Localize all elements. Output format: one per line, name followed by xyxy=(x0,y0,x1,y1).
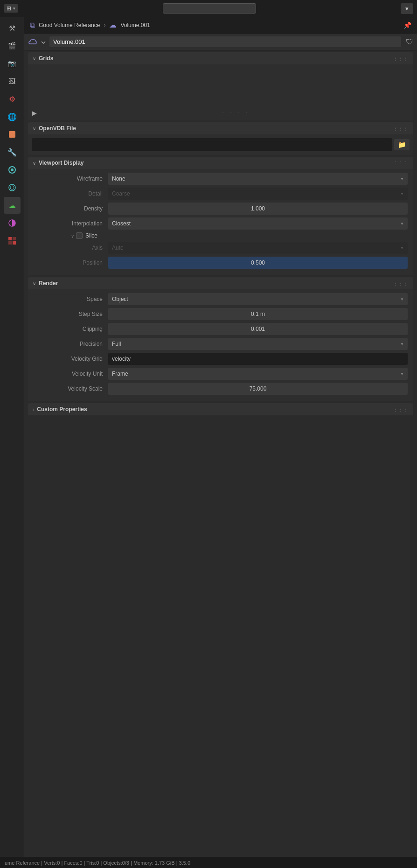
sidebar-icon-tools[interactable]: ⚒ xyxy=(4,20,21,36)
velocity-grid-field[interactable] xyxy=(108,353,408,365)
svg-rect-6 xyxy=(8,237,12,240)
main-layout: ⚒ 🎬 📷 🖼 ⚙ 🌐 🔧 xyxy=(0,17,417,857)
sidebar-icon-scene-props[interactable]: ⚙ xyxy=(4,91,21,107)
viewport-collapse-arrow: ∨ xyxy=(33,161,36,166)
velocity-grid-row: Velocity Grid xyxy=(34,353,408,365)
precision-label: Precision xyxy=(34,341,108,347)
svg-rect-8 xyxy=(8,241,12,245)
top-bar: ⊞ ▾ 🔍 ▾ xyxy=(0,0,417,17)
top-bar-right: ▾ xyxy=(401,3,413,14)
search-input[interactable] xyxy=(163,3,256,14)
custom-props-section-header[interactable]: › Custom Properties ⋮⋮⋮ xyxy=(28,403,413,415)
sidebar-icon-world[interactable]: 🌐 xyxy=(4,108,21,125)
velocity-scale-field[interactable] xyxy=(108,383,408,395)
interpolation-select[interactable]: Closest Linear Cubic xyxy=(108,217,408,230)
precision-select[interactable]: Full Half xyxy=(108,338,408,350)
grids-collapse-arrow: ∨ xyxy=(33,56,36,61)
sidebar-icon-render[interactable]: 📷 xyxy=(4,55,21,72)
slice-label: Slice xyxy=(85,232,97,239)
precision-dropdown-wrapper: Full Half xyxy=(108,338,408,350)
sidebar-icon-material[interactable] xyxy=(4,215,21,231)
sidebar-icon-object[interactable] xyxy=(4,126,21,143)
file-input-row: 📁 xyxy=(32,138,410,151)
file-browse-button[interactable]: 📁 xyxy=(394,139,410,150)
custom-props-collapse-arrow: › xyxy=(33,407,34,412)
velocity-scale-label: Velocity Scale xyxy=(34,385,108,392)
position-row: Position xyxy=(34,257,408,269)
obj-selector[interactable] xyxy=(40,39,47,45)
sidebar-icon-scene[interactable]: 🎬 xyxy=(4,37,21,54)
editor-type-selector[interactable]: ⊞ ▾ xyxy=(4,4,18,13)
collapse-button[interactable]: ▾ xyxy=(401,3,413,14)
search-area: 🔍 xyxy=(22,3,397,14)
wireframe-row: Wireframe None Bounds All xyxy=(34,173,408,185)
grids-dots: ⋮⋮⋮ xyxy=(393,56,409,61)
render-title: Render xyxy=(39,280,390,287)
pin-icon[interactable]: 📌 xyxy=(403,21,411,29)
velocity-grid-label: Velocity Grid xyxy=(34,356,108,362)
sidebar-icon-particles[interactable] xyxy=(4,161,21,178)
particles-icon xyxy=(8,166,16,174)
obj-selector-icon xyxy=(40,39,47,45)
clipping-label: Clipping xyxy=(34,326,108,332)
render-collapse-arrow: ∨ xyxy=(33,281,36,286)
sidebar-icon-data[interactable] xyxy=(4,232,21,249)
section-render: ∨ Render ⋮⋮⋮ Space Object World xyxy=(28,277,413,401)
viewport-dots: ⋮⋮⋮ xyxy=(393,161,409,166)
openvdb-section-header[interactable]: ∨ OpenVDB File ⋮⋮⋮ xyxy=(28,122,413,134)
density-field[interactable] xyxy=(108,203,408,215)
axis-select: Auto X Y Z xyxy=(108,242,408,254)
editor-type-icon: ⊞ xyxy=(7,5,11,12)
render-icon: 📷 xyxy=(8,60,16,67)
material-icon xyxy=(8,219,16,227)
density-label: Density xyxy=(34,205,108,212)
interpolation-label: Interpolation xyxy=(34,220,108,227)
step-size-field[interactable] xyxy=(108,308,408,320)
slice-checkbox[interactable] xyxy=(76,232,83,239)
sidebar-icon-modifier[interactable]: 🔧 xyxy=(4,144,21,161)
viewport-section-header[interactable]: ∨ Viewport Display ⋮⋮⋮ xyxy=(28,157,413,169)
breadcrumb-arrow: › xyxy=(104,22,105,28)
grids-resize-handle[interactable]: ⋮ ⋮ ⋮ ⋮ xyxy=(221,112,250,117)
clipping-row: Clipping xyxy=(34,323,408,335)
slice-collapse-arrow[interactable]: ∨ xyxy=(71,233,74,238)
svg-point-3 xyxy=(9,184,15,191)
openvdb-title: OpenVDB File xyxy=(39,125,390,132)
density-row: Density xyxy=(34,203,408,215)
sidebar-icon-volume[interactable]: ☁ xyxy=(4,197,21,214)
svg-point-2 xyxy=(11,168,14,171)
section-viewport-display: ∨ Viewport Display ⋮⋮⋮ Wireframe None Bo… xyxy=(28,157,413,275)
velocity-unit-select[interactable]: Frame Second xyxy=(108,368,408,380)
render-section-header[interactable]: ∨ Render ⋮⋮⋮ xyxy=(28,277,413,289)
custom-props-title: Custom Properties xyxy=(37,406,390,413)
sidebar: ⚒ 🎬 📷 🖼 ⚙ 🌐 🔧 xyxy=(0,17,24,857)
clipping-field[interactable] xyxy=(108,323,408,335)
section-custom-properties: › Custom Properties ⋮⋮⋮ xyxy=(28,403,413,415)
breadcrumb-bar: ⧉ Good Volume Referance › ☁ Volume.001 📌 xyxy=(24,17,417,34)
scene-icon: 🎬 xyxy=(8,42,16,49)
sidebar-icon-view-layer[interactable]: 🖼 xyxy=(4,73,21,90)
space-select[interactable]: Object World xyxy=(108,293,408,305)
grids-section-header[interactable]: ∨ Grids ⋮⋮⋮ xyxy=(28,52,413,64)
step-size-row: Step Size xyxy=(34,308,408,320)
file-path-input[interactable] xyxy=(32,138,392,151)
position-field[interactable] xyxy=(108,257,408,269)
breadcrumb-target: Volume.001 xyxy=(120,22,150,28)
modifier-icon: 🔧 xyxy=(7,148,17,157)
space-row: Space Object World xyxy=(34,293,408,305)
velocity-unit-label: Velocity Unit xyxy=(34,371,108,377)
viewport-title: Viewport Display xyxy=(39,160,390,166)
grids-body: ▶ ⋮ ⋮ ⋮ ⋮ xyxy=(28,64,413,120)
openvdb-dots: ⋮⋮⋮ xyxy=(393,126,409,131)
render-props-body: Space Object World Step Size Clipping xyxy=(28,289,413,401)
axis-label: Axis xyxy=(34,245,108,251)
axis-dropdown-wrapper: Auto X Y Z xyxy=(108,242,408,254)
interpolation-dropdown-wrapper: Closest Linear Cubic xyxy=(108,217,408,230)
breadcrumb-source: Good Volume Referance xyxy=(39,22,100,28)
breadcrumb-right-icon: ☁ xyxy=(109,21,117,29)
precision-row: Precision Full Half xyxy=(34,338,408,350)
sidebar-icon-physics[interactable] xyxy=(4,179,21,196)
play-button[interactable]: ▶ xyxy=(32,109,37,117)
object-name-input[interactable] xyxy=(49,36,401,47)
wireframe-select[interactable]: None Bounds All xyxy=(108,173,408,185)
